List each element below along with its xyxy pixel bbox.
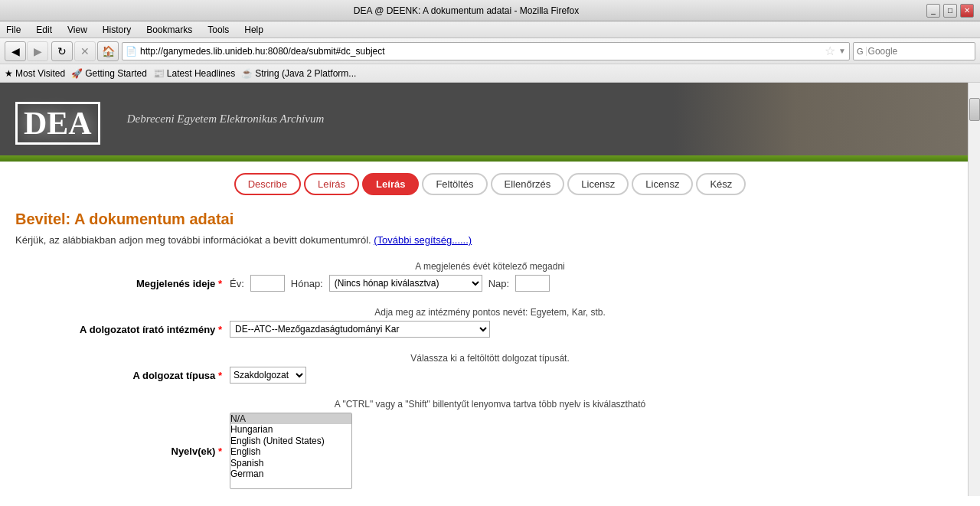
doctype-label: A dolgozat típusa * xyxy=(15,370,230,381)
scrollbar-thumb[interactable] xyxy=(969,98,980,121)
menu-bookmarks[interactable]: Bookmarks xyxy=(143,24,195,36)
page-title: Bevitel: A dokumentum adatai xyxy=(15,211,965,228)
required-star: * xyxy=(218,278,222,289)
minimize-button[interactable]: _ xyxy=(926,4,940,18)
step-licensz-1[interactable]: Licensz xyxy=(567,173,629,195)
close-button[interactable]: ✕ xyxy=(960,4,974,18)
month-label: Hónap: xyxy=(291,278,323,289)
help-link[interactable]: (További segítség......) xyxy=(374,234,472,246)
page-description: Kérjük, az alábbiakban adjon meg további… xyxy=(15,234,965,246)
green-strip xyxy=(0,155,980,162)
date-section: A megjelenés évét kötelező megadni Megje… xyxy=(15,261,965,292)
refresh-button[interactable]: ↻ xyxy=(51,41,73,61)
search-input[interactable] xyxy=(868,46,980,57)
menu-view[interactable]: View xyxy=(64,24,90,36)
back-button[interactable]: ◀ xyxy=(5,41,26,61)
search-engine-icon: G xyxy=(857,47,867,56)
page-icon: 📄 xyxy=(126,46,137,57)
institution-section: Adja meg az intézmény pontos nevét: Egye… xyxy=(15,307,965,338)
maximize-button[interactable]: □ xyxy=(943,4,957,18)
java-icon: ☕ xyxy=(241,68,253,79)
scrollbar-track xyxy=(968,83,980,496)
bookmark-latest-headlines-label: Latest Headlines xyxy=(167,68,235,79)
search-container: G 🔍 xyxy=(853,42,975,60)
institution-controls: DE--ATC--Mezőgazdaságtudományi Kar Debre… xyxy=(230,321,490,338)
main-content: Describe Leírás Leírás Feltöltés Ellenőr… xyxy=(0,162,980,506)
language-select[interactable]: N/A Hungarian English (United States) En… xyxy=(230,413,352,489)
header-subtitle: Debreceni Egyetem Elektronikus Archívum xyxy=(127,113,325,126)
menu-help[interactable]: Help xyxy=(241,24,266,36)
window-controls: _ □ ✕ xyxy=(926,4,974,18)
language-required-star: * xyxy=(218,446,222,457)
step-leiras-2[interactable]: Leírás xyxy=(362,173,419,195)
day-input[interactable] xyxy=(515,275,550,292)
step-describe[interactable]: Describe xyxy=(234,173,301,195)
date-label: Megjelenés ideje * xyxy=(15,278,230,289)
doctype-hint: Válassza ki a feltöltött dolgozat típusá… xyxy=(15,353,965,364)
step-licensz-2[interactable]: Licensz xyxy=(632,173,693,195)
doctype-controls: Szakdolgozat Doktori értekezés Egyéb xyxy=(230,367,306,384)
doctype-required-star: * xyxy=(218,370,222,381)
language-section: A "CTRL" vagy a "Shift" billentyűt lenyo… xyxy=(15,399,965,489)
header-background-image xyxy=(674,83,980,155)
institution-required-star: * xyxy=(218,324,222,335)
address-input[interactable] xyxy=(140,46,822,57)
menu-bar: File Edit View History Bookmarks Tools H… xyxy=(0,21,980,38)
getting-started-icon: 🚀 xyxy=(71,68,83,79)
dropdown-arrow-icon[interactable]: ▼ xyxy=(838,47,846,55)
bookmark-getting-started[interactable]: 🚀 Getting Started xyxy=(71,68,147,79)
menu-file[interactable]: File xyxy=(3,24,24,36)
site-header: DEA Debreceni Egyetem Elektronikus Archí… xyxy=(0,83,980,155)
language-hint: A "CTRL" vagy a "Shift" billentyűt lenyo… xyxy=(15,399,965,410)
step-kesz[interactable]: Kész xyxy=(696,173,746,195)
institution-select[interactable]: DE--ATC--Mezőgazdaságtudományi Kar Debre… xyxy=(230,321,490,338)
institution-label: A dolgozatot írató intézmény * xyxy=(15,324,230,335)
steps-navigation: Describe Leírás Leírás Feltöltés Ellenőr… xyxy=(15,173,965,195)
date-row: Megjelenés ideje * Év: Hónap: (Nincs hón… xyxy=(15,275,965,292)
address-bar-container: 📄 ☆ ▼ xyxy=(122,42,850,60)
bookmark-getting-started-label: Getting Started xyxy=(85,68,147,79)
menu-tools[interactable]: Tools xyxy=(204,24,232,36)
most-visited-icon: ★ xyxy=(5,68,13,79)
month-select[interactable]: (Nincs hónap kiválasztva) Január Február… xyxy=(329,275,482,292)
institution-row: A dolgozatot írató intézmény * DE--ATC--… xyxy=(15,321,965,338)
language-row: Nyelv(ek) * N/A Hungarian English (Unite… xyxy=(15,413,965,489)
year-label: Év: xyxy=(230,278,244,289)
language-controls: N/A Hungarian English (United States) En… xyxy=(230,413,352,489)
toolbar: ◀ ▶ ↻ ✕ 🏠 📄 ☆ ▼ G 🔍 xyxy=(0,38,980,64)
browser-titlebar: DEA @ DEENK: A dokumentum adatai - Mozil… xyxy=(0,0,980,21)
bookmarks-bar: ★ Most Visited 🚀 Getting Started 📰 Lates… xyxy=(0,64,980,83)
bookmark-latest-headlines[interactable]: 📰 Latest Headlines xyxy=(153,68,235,79)
doctype-row: A dolgozat típusa * Szakdolgozat Doktori… xyxy=(15,367,965,384)
menu-edit[interactable]: Edit xyxy=(33,24,55,36)
stop-button[interactable]: ✕ xyxy=(74,41,96,61)
bookmark-star-icon[interactable]: ☆ xyxy=(825,44,835,58)
browser-title: DEA @ DEENK: A dokumentum adatai - Mozil… xyxy=(6,5,926,16)
forward-button[interactable]: ▶ xyxy=(27,41,48,61)
latest-headlines-icon: 📰 xyxy=(153,68,165,79)
date-controls: Év: Hónap: (Nincs hónap kiválasztva) Jan… xyxy=(230,275,550,292)
day-label: Nap: xyxy=(488,278,509,289)
year-input[interactable] xyxy=(250,275,285,292)
institution-hint: Adja meg az intézmény pontos nevét: Egye… xyxy=(15,307,965,318)
home-button[interactable]: 🏠 xyxy=(97,41,119,61)
step-feltoltes[interactable]: Feltöltés xyxy=(422,173,487,195)
site-logo: DEA xyxy=(15,95,100,144)
language-label: Nyelv(ek) * xyxy=(15,446,230,457)
nav-button-group: ◀ ▶ xyxy=(5,41,48,61)
menu-history[interactable]: History xyxy=(100,24,134,36)
doctype-select[interactable]: Szakdolgozat Doktori értekezés Egyéb xyxy=(230,367,306,384)
bookmark-java-label: String (Java 2 Platform... xyxy=(255,68,356,79)
date-hint: A megjelenés évét kötelező megadni xyxy=(15,261,965,272)
bookmark-java-string[interactable]: ☕ String (Java 2 Platform... xyxy=(241,68,356,79)
doctype-section: Válassza ki a feltöltött dolgozat típusá… xyxy=(15,353,965,384)
step-ellenorzes[interactable]: Ellenőrzés xyxy=(491,173,565,195)
bookmark-most-visited-label: Most Visited xyxy=(15,68,65,79)
bookmark-most-visited[interactable]: ★ Most Visited xyxy=(5,68,65,79)
step-leiras-1[interactable]: Leírás xyxy=(304,173,359,195)
